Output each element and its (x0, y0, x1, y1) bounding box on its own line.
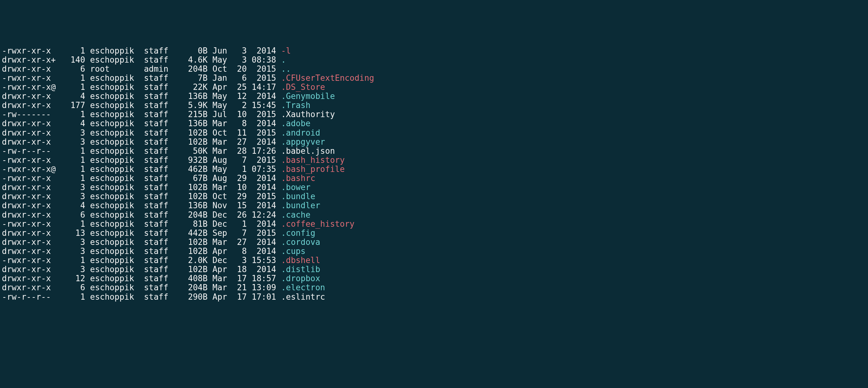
spacer (85, 110, 90, 119)
time-col: 15:45 (247, 101, 276, 110)
spacer (276, 283, 281, 292)
time-col: 17:01 (247, 293, 276, 302)
month-col: Dec (213, 219, 232, 229)
group-col: staff (144, 293, 178, 302)
day-col: 3 (232, 256, 247, 265)
month-col: Jan (213, 73, 232, 83)
spacer (208, 64, 213, 73)
month-col: Jul (213, 110, 232, 119)
day-col: 1 (232, 219, 247, 229)
spacer (85, 238, 90, 247)
size-col: 4.6K (178, 55, 208, 64)
day-col: 27 (232, 138, 247, 147)
size-col: 462B (178, 165, 208, 174)
size-col: 2.0K (178, 256, 208, 265)
size-col: 136B (178, 201, 208, 210)
user-col: eschoppik (90, 46, 144, 55)
day-col: 8 (232, 119, 247, 128)
links-col: 4 (61, 119, 85, 128)
spacer (208, 147, 213, 156)
spacer (276, 219, 281, 229)
filename: .eslintrc (281, 293, 325, 302)
spacer (85, 210, 90, 219)
links-col: 3 (61, 238, 85, 247)
filename: .Trash (281, 101, 310, 110)
size-col: 102B (178, 265, 208, 274)
time-col: 14:17 (247, 83, 276, 92)
perm-col: -rwxr-xr-x (2, 73, 61, 83)
perm-col: drwxr-xr-x (2, 192, 61, 201)
user-col: eschoppik (90, 201, 144, 210)
month-col: Mar (213, 283, 232, 292)
spacer (208, 83, 213, 92)
spacer (276, 101, 281, 110)
links-col: 3 (61, 183, 85, 192)
perm-col: -rwxr-xr-x (2, 256, 61, 265)
month-col: Apr (213, 247, 232, 256)
day-col: 25 (232, 83, 247, 92)
ls-row: drwxr-xr-x 3 eschoppik staff 102B Oct 29… (2, 192, 866, 201)
time-col: 2015 (247, 64, 276, 73)
ls-row: drwxr-xr-x 177 eschoppik staff 5.9K May … (2, 101, 866, 110)
ls-row: drwxr-xr-x 3 eschoppik staff 102B Apr 8 … (2, 247, 866, 256)
links-col: 13 (61, 229, 85, 238)
time-col: 2014 (247, 265, 276, 274)
group-col: staff (144, 83, 178, 92)
spacer (85, 283, 90, 292)
ls-row: drwxr-xr-x 3 eschoppik staff 102B Mar 27… (2, 238, 866, 247)
spacer (85, 55, 90, 64)
links-col: 1 (61, 83, 85, 92)
links-col: 1 (61, 256, 85, 265)
day-col: 21 (232, 283, 247, 292)
perm-col: drwxr-xr-x (2, 128, 61, 138)
user-col: eschoppik (90, 73, 144, 83)
spacer (85, 83, 90, 92)
spacer (276, 210, 281, 219)
month-col: Nov (213, 201, 232, 210)
group-col: staff (144, 128, 178, 138)
spacer (276, 192, 281, 201)
group-col: staff (144, 110, 178, 119)
day-col: 7 (232, 229, 247, 238)
perm-col: drwxr-xr-x (2, 64, 61, 73)
spacer (276, 110, 281, 119)
ls-row: drwxr-xr-x 3 eschoppik staff 102B Apr 18… (2, 265, 866, 274)
spacer (208, 165, 213, 174)
spacer (85, 147, 90, 156)
time-col: 07:35 (247, 165, 276, 174)
user-col: eschoppik (90, 238, 144, 247)
spacer (208, 219, 213, 229)
month-col: Apr (213, 293, 232, 302)
user-col: eschoppik (90, 183, 144, 192)
group-col: staff (144, 238, 178, 247)
group-col: staff (144, 92, 178, 101)
perm-col: -rwxr-xr-x@ (2, 83, 61, 92)
spacer (85, 247, 90, 256)
ls-row: -rwxr-xr-x@ 1 eschoppik staff 462B May 1… (2, 165, 866, 174)
ls-row: drwxr-xr-x 13 eschoppik staff 442B Sep 7… (2, 229, 866, 238)
size-col: 102B (178, 128, 208, 138)
ls-row: drwxr-xr-x 3 eschoppik staff 102B Oct 11… (2, 128, 866, 138)
spacer (276, 293, 281, 302)
links-col: 3 (61, 192, 85, 201)
group-col: staff (144, 283, 178, 292)
terminal-output[interactable]: -rwxr-xr-x 1 eschoppik staff 0B Jun 3 20… (0, 46, 868, 303)
perm-col: -rwxr-xr-x (2, 174, 61, 183)
spacer (276, 247, 281, 256)
ls-row: drwxr-xr-x 6 eschoppik staff 204B Dec 26… (2, 210, 866, 219)
time-col: 2015 (247, 128, 276, 138)
filename: .bash_profile (281, 165, 345, 174)
links-col: 6 (61, 64, 85, 73)
month-col: May (213, 92, 232, 101)
time-col: 12:24 (247, 210, 276, 219)
day-col: 11 (232, 128, 247, 138)
day-col: 8 (232, 247, 247, 256)
group-col: staff (144, 265, 178, 274)
group-col: staff (144, 119, 178, 128)
spacer (85, 101, 90, 110)
links-col: 1 (61, 293, 85, 302)
ls-row: drwxr-xr-x 4 eschoppik staff 136B Nov 15… (2, 201, 866, 210)
month-col: Mar (213, 183, 232, 192)
size-col: 102B (178, 247, 208, 256)
filename: .bundle (281, 192, 315, 201)
